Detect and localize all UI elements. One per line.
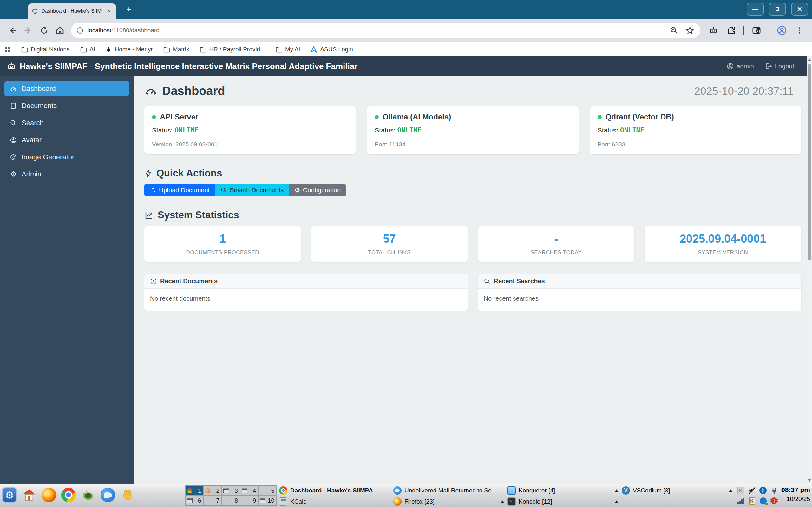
user-icon bbox=[726, 62, 734, 70]
firefox-icon bbox=[42, 488, 56, 502]
pager-desktop-4[interactable]: 4 bbox=[240, 486, 258, 496]
klipper-clipboard-icon[interactable]: K bbox=[746, 496, 757, 506]
profile-avatar-icon[interactable] bbox=[776, 25, 787, 36]
zoom-out-icon[interactable] bbox=[669, 25, 679, 36]
launcher-hand-app[interactable] bbox=[119, 486, 136, 504]
launcher-kde-menu[interactable]: ⚙ bbox=[1, 486, 18, 504]
bluetooth-icon[interactable]: ᛒ bbox=[757, 485, 768, 496]
recent-searches-panel: Recent Searches No recent searches bbox=[478, 274, 802, 311]
sidebar-item-avatar[interactable]: Avatar bbox=[4, 132, 129, 148]
window-maximize-button[interactable] bbox=[769, 3, 786, 15]
bookmark-star-icon[interactable] bbox=[684, 25, 695, 36]
task-konsole[interactable]: Konsole [12] bbox=[505, 496, 619, 507]
bookmark-matrix[interactable]: Matrix bbox=[163, 46, 189, 53]
search-icon bbox=[484, 278, 491, 285]
scroll-down-arrow-icon[interactable] bbox=[808, 479, 811, 482]
empty-state-text: No recent documents bbox=[144, 289, 468, 311]
scroll-up-arrow-icon[interactable] bbox=[808, 58, 811, 61]
detail-line: Version: 2025.09.03-0011 bbox=[152, 141, 348, 148]
task-vscodium[interactable]: V VSCodium [3] bbox=[619, 485, 733, 496]
bookmark-ai[interactable]: AI bbox=[80, 46, 96, 53]
page-scrollbar[interactable] bbox=[807, 56, 812, 484]
pager-desktop-8[interactable]: 8 bbox=[222, 496, 240, 505]
window-close-button[interactable]: ✕ bbox=[791, 3, 808, 15]
plug-device-icon[interactable] bbox=[768, 485, 780, 496]
status-line: Status:ONLINE bbox=[152, 126, 348, 134]
bookmark-hr-payroll[interactable]: HR / Payroll Provid... bbox=[200, 46, 265, 53]
search-panel-icon[interactable] bbox=[751, 25, 762, 36]
browser-tab[interactable]: Dashboard - Hawke's SIIMPAF ✕ bbox=[28, 3, 116, 19]
virtual-desktop-pager[interactable]: 1 2 3 4 5 6 7 8 9 10 bbox=[185, 486, 277, 506]
asus-icon bbox=[310, 46, 317, 53]
task-kcalc[interactable]: KCalc bbox=[276, 496, 391, 507]
scrollbar-thumb[interactable] bbox=[808, 64, 811, 261]
network-signal-icon[interactable] bbox=[735, 496, 746, 506]
bookmark-asus-login[interactable]: ASUS Login bbox=[310, 46, 353, 53]
page-title: Dashboard bbox=[144, 84, 225, 98]
launcher-firefox[interactable] bbox=[41, 486, 57, 504]
konqueror-icon bbox=[507, 487, 516, 495]
bolt-icon bbox=[144, 169, 153, 178]
sidebar-item-dashboard[interactable]: Dashboard bbox=[4, 81, 129, 96]
address-bar[interactable]: localhost:11080/dashboard bbox=[71, 23, 700, 38]
configuration-button[interactable]: ⚙ Configuration bbox=[289, 184, 346, 196]
task-firefox[interactable]: Firefox [23] bbox=[391, 496, 505, 507]
new-tab-button[interactable]: + bbox=[124, 4, 134, 14]
recent-documents-panel: Recent Documents No recent documents bbox=[144, 274, 468, 311]
tray-inactive-app-icon[interactable]: K bbox=[735, 485, 746, 496]
launcher-turtle-app[interactable] bbox=[80, 486, 96, 504]
bookmark-my-ai[interactable]: My AI bbox=[275, 46, 300, 53]
back-button[interactable] bbox=[7, 25, 18, 36]
mini-window-icon bbox=[242, 488, 247, 493]
sidebar-item-documents[interactable]: Documents bbox=[4, 98, 129, 113]
info-status-icon[interactable]: i bbox=[757, 496, 768, 506]
bookmark-digital-nations[interactable]: Digital Nations bbox=[21, 46, 70, 53]
apps-grid-icon[interactable] bbox=[4, 46, 11, 53]
volume-muted-icon[interactable] bbox=[746, 485, 757, 496]
launcher-chrome[interactable] bbox=[60, 486, 77, 504]
thunderbird-icon bbox=[393, 487, 402, 495]
search-icon bbox=[220, 187, 227, 193]
extensions-puzzle-icon[interactable] bbox=[726, 25, 737, 36]
launcher-thunderbird[interactable] bbox=[100, 486, 116, 504]
pager-desktop-7[interactable]: 7 bbox=[204, 496, 222, 505]
home-button[interactable] bbox=[55, 25, 65, 36]
menu-kebab-icon[interactable] bbox=[794, 25, 805, 36]
tab-close-icon[interactable]: ✕ bbox=[105, 8, 112, 14]
detail-line: Port: 6333 bbox=[598, 141, 794, 148]
task-thunderbird-mail[interactable]: Undelivered Mail Returned to Se bbox=[391, 485, 505, 496]
sidebar-item-image-generator[interactable]: Image Generator bbox=[4, 150, 129, 165]
clock-icon bbox=[150, 278, 157, 285]
task-konqueror[interactable]: Konqueror [4] bbox=[505, 485, 619, 496]
pager-desktop-10[interactable]: 10 bbox=[258, 496, 276, 505]
pager-desktop-5[interactable]: 5 bbox=[258, 486, 276, 496]
site-info-icon[interactable] bbox=[76, 26, 84, 34]
url-text[interactable]: localhost:11080/dashboard bbox=[88, 27, 159, 34]
alert-badge-icon[interactable]: ! bbox=[768, 496, 780, 506]
logout-icon bbox=[765, 62, 772, 70]
reload-button[interactable] bbox=[39, 25, 49, 36]
taskbar: ⚙ 1 2 3 4 5 6 7 8 9 10 Dashboard - Hawke… bbox=[0, 484, 812, 507]
firefox-icon bbox=[393, 498, 402, 506]
window-minimize-button[interactable] bbox=[747, 3, 764, 15]
clock-time: 08:37 pm bbox=[781, 486, 810, 494]
sidebar-item-admin[interactable]: ⚙ Admin bbox=[4, 167, 129, 182]
robot-extension-icon[interactable] bbox=[708, 25, 719, 36]
pager-desktop-1[interactable]: 1 bbox=[185, 486, 204, 496]
site-title: Hawke's SIIMPAF - Synthetic Intelligence… bbox=[20, 61, 726, 71]
pager-desktop-9[interactable]: 9 bbox=[240, 496, 258, 505]
pager-desktop-6[interactable]: 6 bbox=[185, 496, 204, 505]
upload-document-button[interactable]: Upload Document bbox=[144, 184, 215, 196]
taskbar-clock[interactable]: 08:37 pm 10/20/25 bbox=[781, 486, 810, 503]
launcher-home[interactable] bbox=[21, 486, 38, 504]
search-documents-button[interactable]: Search Documents bbox=[215, 184, 289, 196]
sidebar-item-search[interactable]: Search bbox=[4, 115, 129, 130]
logout-link[interactable]: Logout bbox=[765, 62, 794, 70]
pager-desktop-3[interactable]: 3 bbox=[222, 486, 240, 496]
bookmark-home-menyr[interactable]: Home - Menyr bbox=[105, 46, 153, 53]
forward-button[interactable] bbox=[23, 25, 34, 36]
task-chrome-dashboard[interactable]: Dashboard - Hawke's SIIMPA bbox=[276, 485, 391, 496]
pager-desktop-2[interactable]: 2 bbox=[204, 486, 222, 496]
status-dot-green bbox=[374, 115, 379, 119]
stat-documents-processed: 1 DOCUMENTS PROCESSED bbox=[144, 226, 301, 262]
